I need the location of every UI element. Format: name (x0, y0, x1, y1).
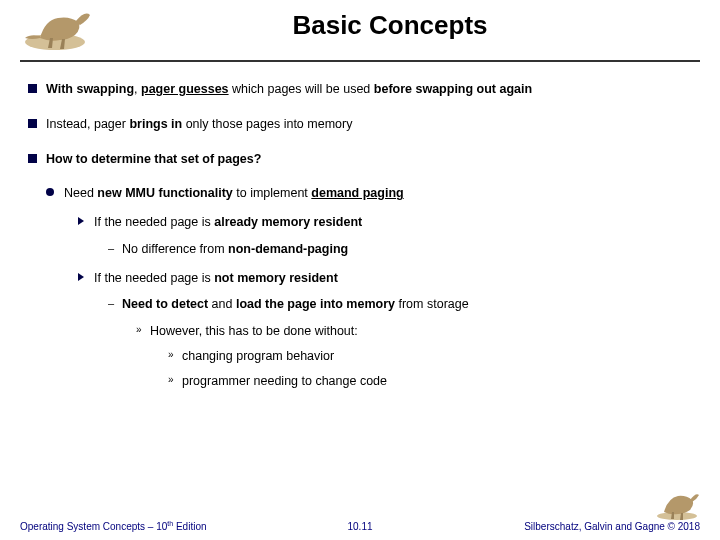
bullet-instead: Instead, pager brings in only those page… (28, 115, 700, 134)
bullet-mmu: Need new MMU functionality to implement … (46, 184, 700, 203)
slide-footer: Operating System Concepts – 10th Edition… (0, 521, 720, 532)
bullet-programmer: programmer needing to change code (168, 372, 700, 391)
bullet-detect-load: Need to detect and load the page into me… (108, 295, 700, 314)
bullet-no-difference: No difference from non-demand-paging (108, 240, 700, 259)
dinosaur-top-icon (20, 0, 100, 55)
dinosaur-bottom-icon (652, 484, 702, 522)
bullet-determine: How to determine that set of pages? (28, 150, 700, 169)
footer-copyright: Silberschatz, Galvin and Gagne © 2018 (524, 521, 700, 532)
bullet-however: However, this has to be done without: (136, 322, 700, 341)
slide-header: Basic Concepts (20, 0, 700, 62)
slide-title: Basic Concepts (20, 0, 700, 41)
bullet-swapping: With swapping, pager guesses which pages… (28, 80, 700, 99)
slide-content: With swapping, pager guesses which pages… (0, 62, 720, 390)
bullet-not-resident: If the needed page is not memory residen… (78, 269, 700, 288)
bullet-already-resident: If the needed page is already memory res… (78, 213, 700, 232)
footer-book-title: Operating System Concepts – 10th Edition (20, 520, 207, 532)
bullet-changing-behavior: changing program behavior (168, 347, 700, 366)
